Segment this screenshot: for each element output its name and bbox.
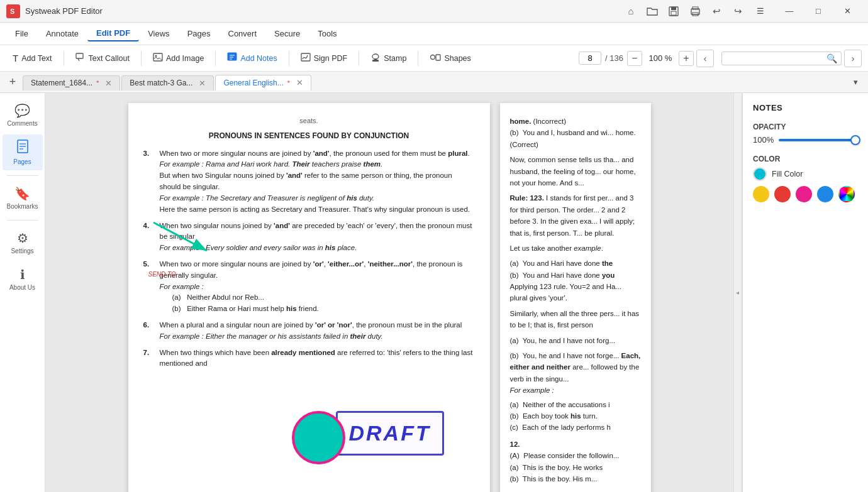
tab-label: Best match-3 Ga... (130, 79, 192, 87)
color-swatches (753, 186, 858, 202)
opacity-slider[interactable] (779, 139, 858, 141)
fill-color-swatch[interactable] (753, 167, 767, 181)
info-icon: ℹ (20, 267, 25, 282)
tabs-area: + Statement_1684... * ✕ Best match-3 Ga.… (0, 72, 868, 93)
sign-pdf-icon (301, 52, 311, 64)
item3-text: When two or more singular nouns are join… (160, 148, 475, 160)
opacity-section: OPACITY 100% (753, 123, 858, 145)
slider-fill (779, 139, 858, 141)
print-icon[interactable] (687, 3, 703, 19)
redo-icon[interactable]: ↪ (730, 3, 746, 19)
add-tab-button[interactable]: + (5, 75, 20, 90)
tab-close-icon[interactable]: ✕ (105, 79, 112, 88)
minimize-button[interactable]: — (775, 0, 804, 23)
maximize-button[interactable]: □ (804, 0, 833, 23)
search-input[interactable] (726, 53, 826, 63)
sidebar-divider (7, 175, 38, 176)
close-button[interactable]: ✕ (833, 0, 862, 23)
main-area: 💬 Comments Pages 🔖 Bookmarks ⚙ Settings … (0, 93, 868, 492)
open-folder-icon[interactable] (644, 3, 660, 19)
add-notes-icon (227, 52, 237, 64)
menu-views[interactable]: Views (139, 26, 178, 41)
app-title: Systweak PDF Editor (25, 6, 623, 16)
sidebar-item-settings[interactable]: ⚙ Settings (3, 226, 43, 260)
app-logo: S (6, 4, 20, 18)
swatch-multicolor[interactable] (838, 186, 855, 202)
menu-annotate[interactable]: Annotate (37, 26, 87, 41)
add-image-icon (153, 53, 163, 63)
shapes-icon (430, 52, 441, 64)
add-notes-button[interactable]: Add Notes (221, 50, 283, 67)
pdf-item-3: 3. When two or more singular nouns are j… (143, 148, 475, 216)
tab-general-english[interactable]: General English... * ✕ (215, 75, 311, 90)
swatch-yellow[interactable] (753, 186, 769, 202)
menu-convert[interactable]: Convert (220, 26, 266, 41)
menu-tools[interactable]: Tools (309, 26, 345, 41)
home-icon[interactable]: ⌂ (623, 3, 639, 19)
shapes-button[interactable]: Shapes (423, 50, 477, 67)
titlebar: S Systweak PDF Editor ⌂ ↩ ↪ ☰ — □ ✕ (0, 0, 868, 23)
zoom-in-button[interactable]: + (679, 51, 694, 66)
svg-point-13 (372, 54, 379, 59)
add-text-button[interactable]: T Add Text (6, 50, 58, 66)
sidebar-item-bookmarks[interactable]: 🔖 Bookmarks (3, 181, 43, 215)
save-icon[interactable] (665, 3, 682, 19)
menubar: File Annotate Edit PDF Views Pages Conve… (0, 23, 868, 45)
menu-icon[interactable]: ☰ (746, 0, 775, 23)
tab-modified-indicator: * (96, 79, 99, 87)
sidebar-item-about[interactable]: ℹ About Us (3, 262, 43, 296)
settings-icon: ⚙ (17, 231, 28, 246)
prev-page-button[interactable]: ‹ (696, 50, 714, 67)
stamp-button[interactable]: Stamp (364, 50, 413, 67)
item4-text: When two singular nouns joined by 'and' … (160, 221, 475, 243)
bookmarks-icon: 🔖 (14, 186, 30, 201)
menu-file[interactable]: File (6, 26, 37, 41)
tabs-dropdown-button[interactable]: ▾ (854, 77, 858, 87)
menu-secure[interactable]: Secure (265, 26, 309, 41)
tab-close-icon[interactable]: ✕ (296, 78, 303, 87)
tab-label: General English... (223, 79, 283, 87)
sign-pdf-button[interactable]: Sign PDF (294, 50, 354, 67)
slider-thumb[interactable] (850, 135, 860, 145)
zoom-out-button[interactable]: − (627, 51, 642, 66)
swatch-blue[interactable] (817, 186, 833, 202)
page-number-input[interactable] (579, 52, 601, 65)
zoom-controls: − 100 % + (627, 51, 694, 66)
zoom-value: 100 % (645, 53, 676, 63)
svg-point-16 (431, 55, 435, 60)
undo-icon[interactable]: ↩ (708, 3, 725, 19)
svg-rect-3 (671, 7, 676, 10)
right-col-content: home. (Incorrect) (b) You and I, husband… (510, 116, 641, 484)
svg-rect-9 (153, 53, 162, 61)
next-page-button[interactable]: › (844, 50, 862, 67)
sidebar: 💬 Comments Pages 🔖 Bookmarks ⚙ Settings … (0, 93, 45, 492)
sidebar-divider2 (7, 220, 38, 221)
separator5 (359, 51, 359, 66)
swatch-pink[interactable] (796, 186, 812, 202)
tab-label: Statement_1684... (31, 79, 92, 87)
add-image-button[interactable]: Add Image (147, 50, 210, 66)
pdf-item-7: 7. When two things which have been alrea… (143, 347, 475, 370)
item5-text: When two or more singular nouns are join… (160, 259, 475, 282)
color-section: COLOR Fill Color (753, 155, 858, 202)
pdf-page-right: home. (Incorrect) (b) You and I, husband… (500, 103, 651, 492)
tab-statement[interactable]: Statement_1684... * ✕ (23, 75, 120, 90)
tab-bestmatch[interactable]: Best match-3 Ga... ✕ (121, 75, 214, 90)
separator4 (289, 51, 289, 66)
menu-pages[interactable]: Pages (179, 26, 220, 41)
collapse-handle[interactable]: ◂ (733, 93, 742, 492)
search-icon[interactable]: 🔍 (826, 53, 837, 63)
tab-modified-indicator: * (287, 79, 290, 87)
svg-point-10 (155, 55, 157, 57)
draft-stamp-text: DRAFT (349, 421, 431, 445)
text-callout-button[interactable]: Text Callout (69, 50, 136, 67)
menu-editpdf[interactable]: Edit PDF (87, 26, 139, 41)
opacity-label: OPACITY (753, 123, 858, 131)
sidebar-item-comments[interactable]: 💬 Comments (3, 98, 43, 132)
stamp-icon (370, 52, 381, 64)
sidebar-item-pages[interactable]: Pages (3, 134, 43, 170)
page-navigation: / 136 − 100 % + (579, 51, 694, 66)
item3-example2: For example : The Secretary and Treasure… (160, 193, 475, 204)
tab-close-icon[interactable]: ✕ (199, 79, 206, 88)
swatch-red[interactable] (774, 186, 791, 202)
